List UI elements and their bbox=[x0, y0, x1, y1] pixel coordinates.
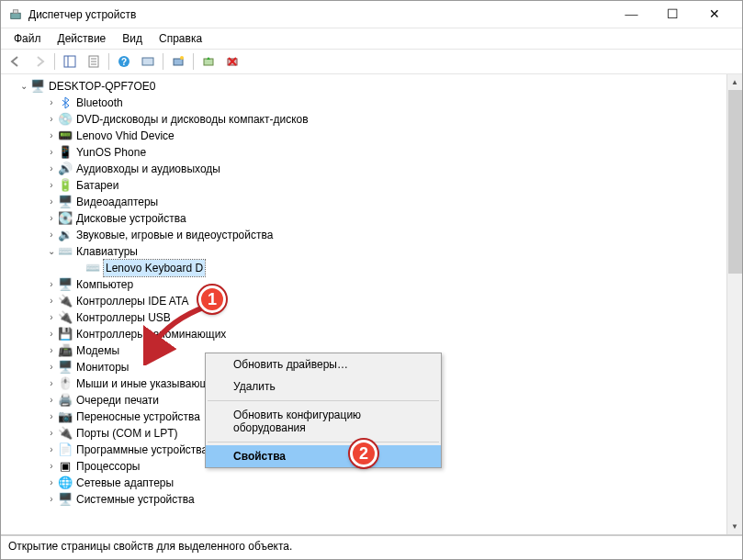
statusbar: Открытие страницы свойств для выделенног… bbox=[1, 535, 742, 555]
expand-icon[interactable]: › bbox=[45, 111, 58, 128]
close-button[interactable]: ✕ bbox=[693, 1, 735, 28]
update-driver-button[interactable] bbox=[197, 51, 220, 72]
modem-icon: 📠 bbox=[58, 343, 73, 358]
expand-icon[interactable]: › bbox=[45, 409, 58, 425]
menu-file[interactable]: Файл bbox=[6, 30, 49, 47]
expand-icon[interactable]: › bbox=[45, 177, 58, 194]
category-node[interactable]: ›📱YunOS Phone bbox=[5, 144, 742, 161]
expand-icon[interactable]: › bbox=[45, 392, 58, 409]
expand-icon[interactable]: › bbox=[45, 359, 58, 375]
expand-icon[interactable]: › bbox=[45, 128, 58, 144]
node-label: Порты (COM и LPT) bbox=[76, 425, 178, 442]
show-hide-tree-button[interactable] bbox=[59, 51, 81, 72]
storage-icon: 💾 bbox=[58, 327, 73, 342]
computer-icon: 🖥️ bbox=[58, 277, 73, 292]
node-label: Видеоадаптеры bbox=[76, 194, 158, 210]
ctx-separator bbox=[208, 400, 439, 401]
ctx-properties[interactable]: Свойства bbox=[206, 445, 441, 467]
expand-icon[interactable]: › bbox=[45, 161, 58, 177]
menu-help[interactable]: Справка bbox=[152, 30, 209, 47]
scroll-thumb[interactable] bbox=[728, 90, 742, 274]
expand-icon[interactable]: › bbox=[45, 210, 58, 227]
category-node[interactable]: ›💽Дисковые устройства bbox=[5, 210, 742, 227]
node-label: Lenovo Keyboard D bbox=[104, 260, 205, 276]
category-node[interactable]: ›💿DVD-дисководы и дисководы компакт-диск… bbox=[5, 111, 742, 128]
vertical-scrollbar[interactable]: ▲ ▼ bbox=[726, 74, 742, 534]
node-label: Программные устройства bbox=[76, 442, 208, 458]
annotation-badge-1: 1 bbox=[198, 286, 226, 313]
svg-rect-0 bbox=[11, 13, 21, 18]
node-label: Контроллеры IDE ATA bbox=[76, 293, 188, 309]
category-node[interactable]: ›🔋Батареи bbox=[5, 177, 742, 194]
device-node-lenovo-keyboard[interactable]: ⌨️Lenovo Keyboard D bbox=[5, 260, 742, 276]
context-menu: Обновить драйверы… Удалить Обновить конф… bbox=[205, 353, 442, 468]
category-node[interactable]: ›💾Контроллеры запоминающих bbox=[5, 326, 742, 342]
titlebar: Диспетчер устройств — ☐ ✕ bbox=[1, 1, 742, 28]
expand-icon[interactable]: › bbox=[45, 442, 58, 458]
category-node[interactable]: ›🔊Аудиовходы и аудиовыходы bbox=[5, 161, 742, 177]
status-text: Открытие страницы свойств для выделенног… bbox=[8, 540, 292, 553]
category-node[interactable]: ›📟Lenovo Vhid Device bbox=[5, 128, 742, 144]
expand-icon[interactable]: › bbox=[45, 425, 58, 442]
toolbar-button[interactable] bbox=[137, 51, 159, 72]
svg-point-12 bbox=[180, 56, 184, 60]
scroll-up-icon[interactable]: ▲ bbox=[727, 74, 742, 90]
expand-icon[interactable]: › bbox=[45, 227, 58, 243]
ide-icon: 🔌 bbox=[58, 294, 73, 308]
menu-view[interactable]: Вид bbox=[115, 30, 150, 47]
node-label: Процессоры bbox=[76, 458, 141, 475]
expand-icon[interactable]: › bbox=[45, 276, 58, 293]
ctx-delete[interactable]: Удалить bbox=[206, 375, 441, 398]
category-node[interactable]: ›🖥️Видеоадаптеры bbox=[5, 194, 742, 210]
expand-icon[interactable]: › bbox=[45, 293, 58, 309]
phone-icon: 📱 bbox=[58, 145, 73, 160]
ctx-scan-hardware[interactable]: Обновить конфигурацию оборудования bbox=[206, 404, 441, 439]
collapse-icon[interactable]: ⌄ bbox=[45, 243, 58, 260]
expand-icon[interactable]: › bbox=[45, 144, 58, 161]
uninstall-button[interactable] bbox=[221, 51, 243, 72]
minimize-button[interactable]: — bbox=[611, 1, 652, 28]
scan-hardware-button[interactable] bbox=[167, 51, 189, 72]
tree-panel: ⌄🖥️DESKTOP-QPF7OE0 ›Bluetooth ›💿DVD-диск… bbox=[1, 74, 742, 535]
scroll-down-icon[interactable]: ▼ bbox=[727, 519, 742, 534]
expand-icon[interactable]: › bbox=[45, 194, 58, 210]
menubar: Файл Действие Вид Справка bbox=[1, 28, 742, 49]
battery-icon: 🔋 bbox=[58, 178, 73, 193]
expand-icon[interactable]: › bbox=[45, 458, 58, 475]
node-label: Мониторы bbox=[76, 359, 129, 375]
software-device-icon: 📄 bbox=[58, 442, 73, 457]
expand-icon[interactable]: › bbox=[45, 475, 58, 491]
expand-icon[interactable]: › bbox=[45, 375, 58, 392]
expand-icon[interactable]: › bbox=[45, 326, 58, 342]
ctx-separator bbox=[208, 442, 439, 442]
category-node[interactable]: ›🖥️Компьютер bbox=[5, 276, 742, 293]
category-node-keyboards[interactable]: ⌄⌨️Клавиатуры bbox=[5, 243, 742, 260]
dvd-icon: 💿 bbox=[58, 112, 73, 127]
network-icon: 🌐 bbox=[58, 476, 73, 490]
expand-icon[interactable]: › bbox=[45, 491, 58, 508]
root-node[interactable]: ⌄🖥️DESKTOP-QPF7OE0 bbox=[5, 78, 742, 95]
expand-icon[interactable]: › bbox=[45, 342, 58, 359]
help-button[interactable]: ? bbox=[113, 51, 135, 72]
expand-icon[interactable]: › bbox=[45, 309, 58, 326]
sound-icon: 🔉 bbox=[58, 228, 73, 242]
category-node[interactable]: ›🔌Контроллеры IDE ATA bbox=[5, 293, 742, 309]
forward-button[interactable] bbox=[28, 51, 51, 72]
expand-icon[interactable]: › bbox=[45, 95, 58, 111]
maximize-button[interactable]: ☐ bbox=[652, 1, 693, 28]
category-node[interactable]: ›Bluetooth bbox=[5, 95, 742, 111]
ctx-update-drivers[interactable]: Обновить драйверы… bbox=[206, 353, 441, 375]
node-label: Аудиовходы и аудиовыходы bbox=[76, 161, 220, 177]
toolbar-separator bbox=[163, 53, 163, 70]
category-node[interactable]: ›🔌Контроллеры USB bbox=[5, 309, 742, 326]
menu-action[interactable]: Действие bbox=[51, 30, 114, 47]
category-node[interactable]: ›🔉Звуковые, игровые и видеоустройства bbox=[5, 227, 742, 243]
back-button[interactable] bbox=[5, 51, 27, 72]
collapse-icon[interactable]: ⌄ bbox=[17, 78, 30, 95]
properties-button[interactable] bbox=[83, 51, 105, 72]
portable-icon: 📷 bbox=[58, 409, 73, 424]
monitor-icon: 🖥️ bbox=[58, 360, 73, 375]
keyboard-icon: ⌨️ bbox=[58, 244, 73, 259]
category-node[interactable]: ›🖥️Системные устройства bbox=[5, 491, 742, 508]
category-node[interactable]: ›🌐Сетевые адаптеры bbox=[5, 475, 742, 491]
